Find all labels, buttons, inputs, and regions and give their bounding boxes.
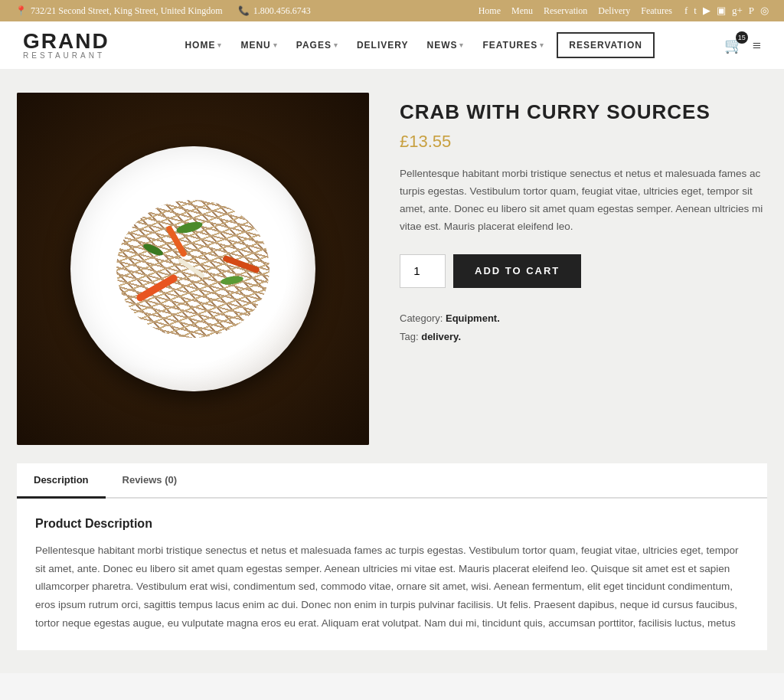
chevron-down-icon: ▾	[540, 41, 544, 49]
category-value: Equipment.	[446, 312, 500, 324]
topbar-nav-reservation[interactable]: Reservation	[544, 5, 587, 17]
facebook-icon[interactable]: f	[684, 5, 688, 17]
topbar-nav: Home Menu Reservation Delivery Features	[479, 5, 672, 17]
twitter-icon[interactable]: t	[694, 5, 697, 17]
product-image	[17, 93, 369, 445]
product-title: CRAB WITH CURRY SOURCES	[400, 100, 767, 124]
topbar-right: Home Menu Reservation Delivery Features …	[479, 5, 769, 17]
description-text: Pellentesque habitant morbi tristique se…	[35, 541, 749, 632]
chevron-down-icon: ▾	[273, 41, 278, 49]
nav-icons: 🛒 15 ≡	[724, 36, 761, 54]
topbar-nav-delivery[interactable]: Delivery	[598, 5, 630, 17]
main-nav: HOME ▾ MENU ▾ PAGES ▾ DELIVERY NEWS ▾ FE…	[178, 32, 655, 58]
chevron-down-icon: ▾	[217, 41, 222, 49]
cart-icon-wrap[interactable]: 🛒 15	[724, 36, 743, 54]
header: GRAND RESTAURANT HOME ▾ MENU ▾ PAGES ▾ D…	[0, 21, 784, 70]
topbar-nav-menu[interactable]: Menu	[511, 5, 533, 17]
product-details: CRAB WITH CURRY SOURCES £13.55 Pellentes…	[400, 93, 767, 445]
quantity-input[interactable]	[400, 254, 446, 288]
tab-description[interactable]: Description	[17, 463, 106, 499]
nav-features[interactable]: FEATURES ▾	[476, 35, 550, 55]
product-tag: Tag: delivery.	[400, 328, 767, 347]
topbar-nav-home[interactable]: Home	[479, 5, 501, 17]
product-meta: Category: Equipment. Tag: delivery.	[400, 309, 767, 347]
facebook2-icon[interactable]: ▣	[717, 5, 726, 17]
category-label: Category:	[400, 312, 443, 324]
location-icon: 📍	[15, 5, 27, 17]
logo-sub: RESTAURANT	[23, 52, 109, 60]
topbar-phone: 📞 1.800.456.6743	[238, 5, 311, 17]
product-price: £13.55	[400, 132, 767, 152]
cart-badge: 15	[736, 31, 748, 44]
nav-pages[interactable]: PAGES ▾	[290, 35, 345, 55]
chevron-down-icon: ▾	[459, 41, 464, 49]
pinterest-icon[interactable]: P	[749, 5, 754, 17]
tabs-header: Description Reviews (0)	[17, 463, 767, 499]
gplus-icon[interactable]: g+	[732, 5, 743, 17]
product-description: Pellentesque habitant morbi tristique se…	[400, 165, 767, 236]
main-content: CRAB WITH CURRY SOURCES £13.55 Pellentes…	[0, 70, 784, 673]
tab-reviews[interactable]: Reviews (0)	[106, 463, 194, 499]
food-noodles	[109, 192, 277, 345]
nav-reservation[interactable]: RESERVATION	[557, 32, 655, 58]
youtube-icon[interactable]: ▶	[703, 5, 710, 17]
tag-value: delivery.	[421, 331, 461, 342]
topbar-left: 📍 732/21 Second Street, King Street, Uni…	[15, 5, 311, 17]
topbar-social: f t ▶ ▣ g+ P ◎	[684, 5, 769, 17]
tab-content-description: Product Description Pellentesque habitan…	[17, 499, 767, 650]
nav-menu[interactable]: MENU ▾	[234, 35, 283, 55]
plate	[70, 146, 315, 391]
topbar: 📍 732/21 Second Street, King Street, Uni…	[0, 0, 784, 21]
phone-icon: 📞	[238, 5, 250, 17]
tag-label: Tag:	[400, 331, 419, 342]
product-category: Category: Equipment.	[400, 309, 767, 329]
logo: GRAND RESTAURANT	[23, 31, 109, 60]
topbar-address: 📍 732/21 Second Street, King Street, Uni…	[15, 5, 223, 17]
add-to-cart-button[interactable]: ADD TO CART	[453, 254, 581, 288]
hamburger-icon[interactable]: ≡	[753, 37, 761, 54]
nav-home[interactable]: HOME ▾	[178, 35, 228, 55]
product-section: CRAB WITH CURRY SOURCES £13.55 Pellentes…	[17, 93, 767, 445]
instagram-icon[interactable]: ◎	[760, 5, 769, 17]
chevron-down-icon: ▾	[334, 41, 338, 49]
topbar-nav-features[interactable]: Features	[641, 5, 672, 17]
description-title: Product Description	[35, 517, 749, 531]
logo-grand: GRAND	[23, 31, 109, 52]
add-to-cart-row: ADD TO CART	[400, 254, 767, 288]
nav-delivery[interactable]: DELIVERY	[351, 35, 415, 55]
tabs-section: Description Reviews (0) Product Descript…	[17, 463, 767, 650]
nav-news[interactable]: NEWS ▾	[420, 35, 470, 55]
